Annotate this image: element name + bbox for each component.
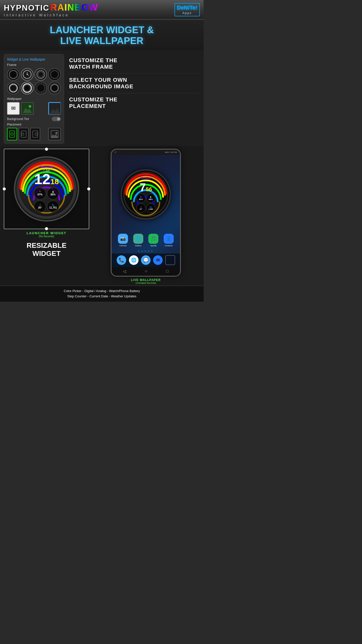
svg-point-24: [11, 133, 13, 135]
wallpaper-landscape[interactable]: [21, 102, 34, 115]
svg-point-8: [51, 70, 59, 78]
svg-point-0: [9, 70, 17, 78]
frame-minimal-icon-4: [50, 70, 59, 79]
placement-items: [7, 128, 61, 140]
photo-upload-icon: [51, 130, 58, 138]
header-rainbow: RAINBOW: [50, 3, 98, 13]
app-contacts[interactable]: 👤 Contacts: [164, 234, 174, 247]
svg-rect-23: [10, 131, 15, 137]
svg-point-7: [38, 72, 43, 77]
svg-rect-27: [33, 131, 38, 137]
resize-handle-top[interactable]: [45, 148, 48, 151]
main-title: LAUNCHER WIDGET & LIVE WALLPAPER: [3, 25, 201, 47]
frame-chrome-icon-5: [9, 83, 18, 93]
app-camera[interactable]: 📷 Camera: [118, 234, 128, 247]
feature-item-3: CUSTOMIZE THEPLACEMENT: [68, 93, 200, 113]
gallery-label: Gallery: [135, 245, 141, 247]
resize-handle-right[interactable]: [87, 187, 90, 190]
resize-handle-left[interactable]: [3, 187, 6, 190]
frame-outline-icon-8: [50, 83, 59, 93]
frame-dark-icon-7: [36, 83, 46, 93]
camera-label: Camera: [119, 245, 126, 247]
wallpaper-custom-selected[interactable]: [48, 102, 61, 115]
app-spotify[interactable]: 🎵 Spotify: [148, 234, 158, 247]
phone-watch-face: Monday 11 Jun 7 56 📍 52: [121, 169, 171, 220]
stat-location: 📍 97%: [34, 187, 46, 199]
phone-apps-row: 📷 Camera 🌐 Gallery 🎵 Spotify 👤 Contacts: [112, 232, 180, 249]
logo-appz: Appz: [177, 11, 198, 15]
nav-home[interactable]: ○: [145, 269, 147, 273]
phone-status: 88% 7:56 PM: [165, 151, 177, 153]
phone-section: 88% 7:56 PM: [92, 149, 200, 284]
svg-point-20: [29, 105, 31, 108]
stat-steps: 👣 11,761: [47, 200, 59, 213]
footer: Color Picker - Digital / Analog - Watch/…: [0, 286, 204, 302]
frame-option-6[interactable]: [21, 82, 33, 94]
frame-option-8[interactable]: [48, 82, 61, 94]
phone-stat-weather: ☀ 15°: [137, 204, 146, 213]
header-subtitle: Interactive Watchface: [4, 13, 98, 17]
bg-tint-toggle[interactable]: [52, 117, 61, 121]
svg-point-12: [24, 85, 30, 91]
resizable-text: RESIZABLE WIDGET: [4, 242, 89, 258]
widget-container: Thursday 7 Jun 12 18 📍 97% 🔋 86%: [4, 149, 89, 229]
stat-weather: ☀ 26°: [34, 200, 46, 213]
resizable-subtitle: WIDGET: [4, 250, 89, 258]
resizable-title: RESIZABLE: [4, 242, 89, 250]
dock-messages[interactable]: 💬: [141, 255, 151, 265]
phone-watch-mins: 56: [146, 186, 152, 193]
feature-text-2: SELECT YOUR OWNBACKGROUND IMAGE: [69, 77, 199, 90]
camera-icon: 📷: [118, 234, 128, 244]
wallpaper-section: Wallpaper ✉: [7, 97, 61, 115]
wallpaper-none[interactable]: ✉: [7, 102, 20, 115]
watch-time-widget: Thursday 7 Jun 12 18 📍 97% 🔋 86%: [34, 165, 59, 213]
main-title-line1: LAUNCHER WIDGET &: [3, 25, 201, 36]
frame-option-7[interactable]: [34, 82, 47, 94]
placement-left-icon: [21, 130, 27, 138]
placement-right-icon: [32, 130, 38, 138]
frame-bigchrome-icon-6: [22, 83, 32, 93]
placement-image-icon[interactable]: [48, 128, 61, 140]
dock-chrome[interactable]: 🌐: [129, 255, 139, 265]
svg-point-9: [9, 84, 17, 92]
nav-recent[interactable]: □: [166, 269, 169, 273]
app-gallery[interactable]: 🌐 Gallery: [133, 234, 143, 247]
phone-label-sub: (Animated Seconds): [131, 282, 161, 284]
logo-box: DeNiTe! Appz: [174, 3, 200, 16]
frame-option-4[interactable]: [48, 68, 61, 81]
phone-stat-2: 🔋 88%: [146, 194, 155, 203]
placement-right[interactable]: [30, 128, 40, 140]
widget-phone-section: Thursday 7 Jun 12 18 📍 97% 🔋 86%: [0, 146, 204, 286]
phone-dock: 📞 🌐 💬 ✉ ⋮⋮: [112, 253, 180, 267]
feature-item-1: CUSTOMIZE THEWATCH FRAME: [68, 54, 200, 74]
phone-watch-date: 11 Jun: [137, 179, 155, 182]
spotify-icon: 🎵: [148, 234, 158, 244]
frame-option-1[interactable]: [7, 68, 20, 81]
phone-screen: Monday 11 Jun 7 56 📍 52: [112, 155, 180, 276]
header: HYPNOTIC RAINBOW Interactive Watchface D…: [0, 0, 204, 20]
stat-battery-val: 86%: [51, 193, 56, 196]
widget-label-sub: (No Seconds): [4, 235, 89, 238]
placement-center[interactable]: [7, 128, 17, 140]
phone-nav-bar: ◁ ○ □: [112, 267, 180, 276]
phone-watch-time: Monday 11 Jun 7 56 📍 52: [137, 176, 155, 213]
svg-point-10: [10, 85, 17, 91]
frame-option-2[interactable]: [21, 68, 33, 81]
dock-apps[interactable]: ⋮⋮: [165, 255, 175, 265]
frame-option-3[interactable]: [34, 68, 47, 81]
header-hypnotic: HYPNOTIC: [4, 4, 49, 12]
frame-clock-icon-2: [22, 70, 32, 79]
dock-email[interactable]: ✉: [153, 255, 163, 265]
nav-back[interactable]: ◁: [123, 269, 126, 274]
contacts-label: Contacts: [165, 245, 173, 247]
landscape-icon: [23, 104, 32, 113]
placement-label: Placement: [7, 123, 61, 126]
resize-handle-bottom[interactable]: [45, 227, 48, 230]
stat-weather-val: 26°: [38, 206, 42, 209]
frame-option-5[interactable]: [7, 82, 20, 94]
phone-camera: [115, 151, 116, 153]
placement-left[interactable]: [19, 128, 29, 140]
svg-marker-30: [51, 134, 58, 137]
phone-stat-steps: 👣 1,989: [146, 204, 155, 213]
dock-phone[interactable]: 📞: [117, 255, 126, 265]
